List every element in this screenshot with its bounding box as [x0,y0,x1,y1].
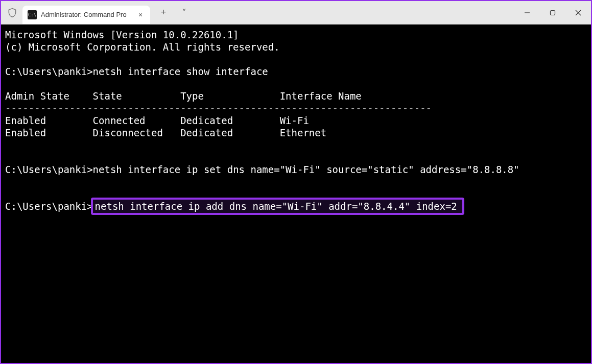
window-controls [514,1,591,25]
shield-icon [6,7,18,19]
cmd-icon: C:\ [28,10,37,19]
table-header: Admin State State Type Interface Name [5,90,362,102]
tab-title: Administrator: Command Pro [41,11,132,18]
titlebar: C:\ Administrator: Command Pro × + ˅ [1,1,591,25]
maximize-button[interactable] [540,1,565,25]
table-row: Enabled Disconnected Dedicated Ethernet [5,127,326,138]
close-window-button[interactable] [565,1,591,25]
prompt: C:\Users\panki> [5,66,93,77]
table-divider: ----------------------------------------… [5,103,432,114]
copyright-line: (c) Microsoft Corporation. All rights re… [5,41,280,53]
command-text: netsh interface ip set dns name="Wi-Fi" … [93,164,519,175]
window: C:\ Administrator: Command Pro × + ˅ Mic… [1,1,591,363]
prompt: C:\Users\panki> [5,201,93,212]
version-line: Microsoft Windows [Version 10.0.22610.1] [5,29,239,40]
command-text: netsh interface show interface [93,66,268,77]
prompt: C:\Users\panki> [5,164,93,175]
tab-actions: + ˅ [158,8,189,18]
tab-command-prompt[interactable]: C:\ Administrator: Command Pro × [22,6,150,24]
terminal-area[interactable]: Microsoft Windows [Version 10.0.22610.1]… [1,25,591,363]
tab-dropdown-button[interactable]: ˅ [179,8,189,18]
minimize-button[interactable] [514,1,540,25]
svg-rect-1 [551,10,555,15]
highlighted-command: netsh interface ip add dns name="Wi-Fi" … [91,198,464,215]
close-tab-button[interactable]: × [136,10,145,19]
new-tab-button[interactable]: + [158,8,169,18]
table-row: Enabled Connected Dedicated Wi-Fi [5,115,309,126]
